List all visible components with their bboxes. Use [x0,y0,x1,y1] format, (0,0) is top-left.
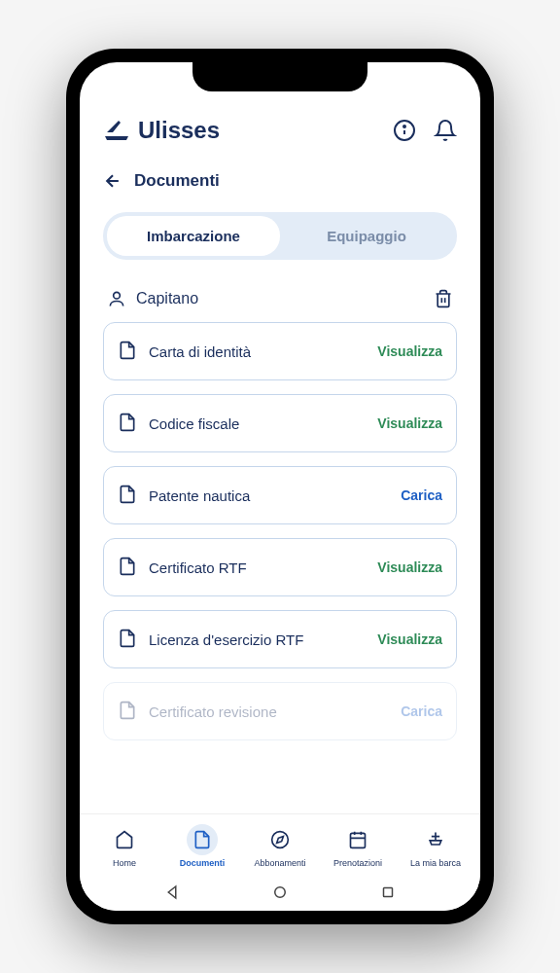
document-list: Carta di identitàVisualizzaCodice fiscal… [80,322,480,813]
document-item[interactable]: Certificato RTFVisualizza [103,538,457,596]
document-action[interactable]: Visualizza [377,415,442,431]
segment-equipaggio[interactable]: Equipaggio [280,216,453,256]
document-action[interactable]: Visualizza [377,631,442,647]
segment-control: Imbarcazione Equipaggio [103,212,457,260]
android-back-icon[interactable] [163,883,181,901]
doc-icon [192,830,212,849]
home-icon [115,830,134,849]
document-item[interactable]: Codice fiscaleVisualizza [103,394,457,452]
document-icon [118,413,137,434]
trash-icon[interactable] [434,289,453,308]
svg-rect-13 [383,888,392,897]
nav-label: Prenotazioni [333,858,382,868]
page-title: Documenti [134,171,220,191]
brand-logo-icon [103,119,130,142]
segment-imbarcazione[interactable]: Imbarcazione [107,216,280,256]
document-title: Carta di identità [149,343,366,360]
document-title: Certificato revisione [149,703,389,720]
nav-label: Home [113,858,136,868]
nav-label: Abbonamenti [254,858,305,868]
bell-icon[interactable] [434,119,457,142]
document-title: Codice fiscale [149,415,366,432]
svg-rect-8 [351,833,366,847]
svg-marker-7 [277,837,284,844]
document-icon [118,701,137,722]
nav-item-compass[interactable]: Abbonamenti [241,824,319,868]
android-nav-bar [80,874,480,911]
back-arrow-icon[interactable] [103,171,122,191]
document-action[interactable]: Carica [401,487,442,503]
svg-point-6 [272,832,289,848]
nav-item-calendar[interactable]: Prenotazioni [319,824,397,868]
section-header: Capitano [80,270,480,322]
android-recent-icon[interactable] [379,883,397,901]
calendar-icon [348,830,368,849]
person-icon [107,289,126,308]
document-title: Licenza d'esercizio RTF [149,631,366,648]
svg-point-3 [114,292,121,299]
nav-label: Documenti [180,858,226,868]
document-icon [118,485,137,506]
section-title: Capitano [136,290,198,307]
compass-icon [270,830,290,849]
document-action[interactable]: Visualizza [377,343,442,359]
brand-name: Ulisses [138,117,220,144]
brand-logo: Ulisses [103,117,220,144]
document-item[interactable]: Licenza d'esercizio RTFVisualizza [103,610,457,668]
nav-label: La mia barca [410,858,461,868]
document-icon [118,557,137,578]
svg-point-2 [403,126,405,127]
info-icon[interactable] [393,119,416,142]
document-action[interactable]: Visualizza [377,559,442,575]
document-action[interactable]: Carica [401,703,442,719]
document-item[interactable]: Patente nauticaCarica [103,466,457,524]
document-title: Patente nautica [149,487,389,504]
nav-item-boat[interactable]: La mia barca [397,824,474,868]
boat-icon [426,830,445,849]
page-header: Documenti [80,160,480,202]
app-header: Ulisses [80,101,480,160]
android-home-icon[interactable] [271,883,289,901]
document-icon [118,341,137,362]
document-icon [118,629,137,650]
nav-item-home[interactable]: Home [86,824,163,868]
bottom-nav: HomeDocumentiAbbonamentiPrenotazioniLa m… [80,813,480,874]
svg-point-12 [275,887,286,898]
document-item[interactable]: Carta di identitàVisualizza [103,322,457,380]
document-item[interactable]: Certificato revisioneCarica [103,682,457,740]
document-title: Certificato RTF [149,559,366,576]
nav-item-doc[interactable]: Documenti [163,824,241,868]
